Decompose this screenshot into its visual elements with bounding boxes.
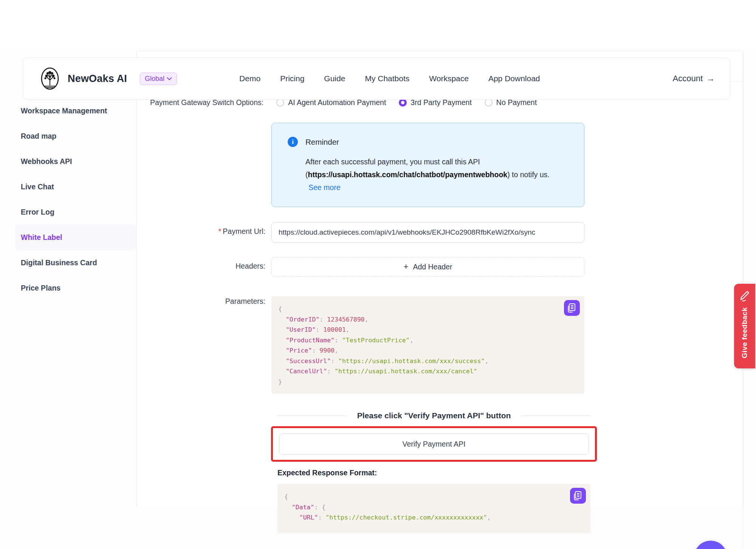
copy-icon[interactable] [564,300,580,316]
nav-my-chatbots[interactable]: My Chatbots [365,74,409,83]
see-more-link[interactable]: See more [308,183,341,192]
radio-circle-icon [485,99,493,107]
parameters-code-block: { "OrderID": 1234567890, "UserID": 10000… [271,296,584,394]
brand: NewOaks AI Global [38,66,177,91]
verify-hint-text: Please click "Verify Payment API" button [357,411,511,420]
region-label: Global [145,75,164,83]
plus-icon: + [404,262,409,272]
give-feedback-tab[interactable]: Give feedback [734,284,755,368]
reminder-alert: i Reminder After each successful payment… [271,123,584,207]
card-body: Payment Gateway Switch Options: AI Agent… [136,98,742,533]
sidebar-item-road-map[interactable]: Road map [15,124,136,149]
pencil-icon [739,290,750,302]
top-navbar: NewOaks AI Global Demo Pricing Guide My … [23,57,730,100]
radio-selected-icon [399,99,407,107]
newoaks-tree-logo-icon [38,66,62,91]
expected-response-format-label: Expected Response Format: [277,469,590,477]
region-selector[interactable]: Global [140,73,177,85]
sidebar-item-white-label[interactable]: White Label [15,225,136,250]
verify-section: Please click "Verify Payment API" button… [277,411,590,533]
add-header-button[interactable]: + Add Header [271,257,584,277]
payment-url-row: *Payment Url: [136,222,742,243]
nav-app-download[interactable]: App Download [488,74,540,83]
verify-payment-api-button[interactable]: Verify Payment API [279,433,589,455]
sidebar-item-live-chat[interactable]: Live Chat [15,174,136,199]
copy-icon[interactable] [570,488,586,504]
payment-url-label: *Payment Url: [136,222,271,243]
payment-url-input[interactable] [271,222,584,243]
required-asterisk: * [218,227,222,235]
verify-hint-divider: Please click "Verify Payment API" button [277,411,590,420]
chat-widget-button[interactable] [694,541,727,549]
radio-circle-icon [276,99,284,107]
account-label: Account [673,74,703,84]
nav-workspace[interactable]: Workspace [429,74,469,83]
sidebar-item-webhooks-api[interactable]: Webhooks API [15,149,136,174]
reminder-row: i Reminder After each successful payment… [136,107,742,207]
brand-name: NewOaks AI [68,73,127,85]
info-icon: i [288,137,298,147]
red-highlight-annotation: Verify Payment API [271,426,597,462]
sidebar-item-workspace-management[interactable]: Workspace Management [15,98,136,124]
nav-links: Demo Pricing Guide My Chatbots Workspace… [239,74,540,83]
page: NewOaks AI Global Demo Pricing Guide My … [0,51,756,549]
headers-row: Headers: + Add Header [136,257,742,277]
headers-label: Headers: [136,257,271,277]
nav-pricing[interactable]: Pricing [280,74,304,83]
reminder-text: After each successful payment, you must … [305,155,555,194]
nav-guide[interactable]: Guide [324,74,345,83]
parameters-label: Parameters: [136,296,271,394]
nav-demo[interactable]: Demo [239,74,260,83]
sidebar-item-price-plans[interactable]: Price Plans [15,275,136,301]
account-link[interactable]: Account → [673,74,715,84]
reminder-title: Reminder [305,138,339,147]
main-layout: Workspace Management Road map Webhooks A… [0,51,756,461]
give-feedback-label: Give feedback [741,307,749,358]
sidebar-item-error-log[interactable]: Error Log [15,199,136,225]
payment-webhook-url: https://usapi.hottask.com/chat/chatbot/p… [308,170,508,179]
arrow-right-icon: → [706,74,715,84]
payment-settings-card: Payment Settings Payment Gateway Switch … [136,51,743,507]
sidebar: Workspace Management Road map Webhooks A… [0,51,136,461]
expected-response-code-block: { "Data": { "URL": "https://checkout.str… [277,484,590,533]
chevron-down-icon [167,77,172,80]
parameters-row: Parameters: { "OrderID": 1234567890, [136,296,742,394]
sidebar-item-digital-business-card[interactable]: Digital Business Card [15,250,136,275]
